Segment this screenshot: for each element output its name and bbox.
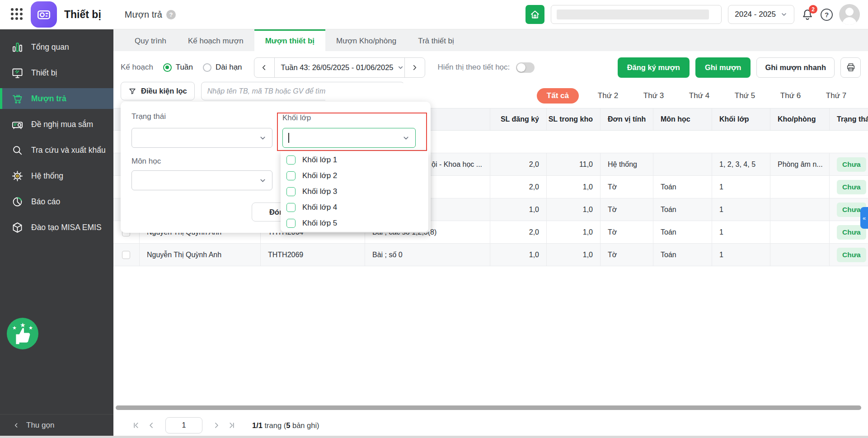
cell-subject: Toán [653, 198, 712, 221]
grade-filter-combobox[interactable] [282, 128, 416, 148]
day-tab-tue[interactable]: Thứ 3 [631, 91, 676, 100]
grade-checkbox[interactable] [286, 171, 296, 180]
sidebar-item-thiet-bi[interactable]: Thiết bị [0, 62, 113, 83]
grade-option[interactable]: Khối lớp 5 [281, 215, 428, 231]
cell-unit: Tờ [601, 221, 653, 243]
lesson-toggle-label: Hiển thị theo tiết học: [438, 63, 510, 72]
module-help-icon[interactable]: ? [166, 10, 176, 19]
sidebar-item-tong-quan[interactable]: Tổng quan [0, 37, 113, 57]
cell-register-qty: 2,0 [490, 176, 547, 198]
next-week-button[interactable] [405, 58, 425, 77]
panel-expand-handle[interactable]: « [860, 207, 868, 229]
app-logo[interactable] [31, 1, 57, 28]
app-launcher-icon[interactable] [11, 8, 23, 21]
status-badge: Chưa [837, 157, 866, 172]
cell-register-qty: 1,0 [490, 198, 547, 221]
collapse-label: Thu gọn [26, 421, 54, 430]
home-button[interactable] [525, 5, 544, 24]
header-subject: Môn học [653, 108, 712, 130]
grade-option[interactable]: Khối lớp 3 [281, 184, 428, 199]
sidebar-item-label: Đào tạo MISA EMIS [31, 223, 102, 232]
print-button[interactable] [840, 57, 861, 78]
tab-tra-thiet-bi[interactable]: Trả thiết bị [407, 29, 465, 51]
status-filter-select[interactable] [131, 128, 272, 148]
sidebar-item-de-nghi-mua-sam[interactable]: Đề nghị mua sắm [0, 114, 113, 135]
next-page-button[interactable] [209, 418, 224, 433]
sidebar-item-label: Thiết bị [31, 68, 57, 78]
radio-long-term[interactable]: Dài hạn [203, 63, 242, 72]
chevron-down-icon [259, 177, 267, 184]
cell-description: Bài ; số 0 [365, 244, 490, 266]
record-borrow-button[interactable]: Ghi mượn [695, 57, 751, 78]
sidebar-item-muon-tra[interactable]: Mượn trả [0, 88, 113, 109]
day-tab-all[interactable]: Tất cả [537, 88, 579, 104]
grade-option[interactable]: Khối lớp 2 [281, 168, 428, 184]
first-page-button[interactable] [128, 418, 144, 433]
week-range-value: Tuần 43: 26/05/2025 - 01/06/2025 [281, 63, 394, 72]
week-range-select[interactable]: Tuần 43: 26/05/2025 - 01/06/2025 [274, 58, 405, 77]
quick-record-button[interactable]: Ghi mượn nhanh [756, 57, 835, 78]
sidebar-item-bao-cao[interactable]: Báo cáo [0, 191, 113, 212]
header-unit: Đơn vị tính [601, 108, 653, 130]
sidebar-item-label: Tra cứu và xuất khẩu [31, 146, 106, 155]
table-row[interactable]: Nguyễn Thị Quỳnh Anh THTH2069 Bài ; số 0… [113, 244, 868, 266]
last-page-button[interactable] [224, 418, 239, 433]
cell-room [770, 176, 830, 198]
lesson-toggle-switch[interactable] [516, 62, 535, 73]
radio-long-term-control[interactable] [203, 63, 211, 72]
pagination-summary: 1/1 trang (5 bản ghi) [252, 421, 319, 430]
global-search-input[interactable] [551, 5, 722, 24]
tab-quy-trinh[interactable]: Quy trình [124, 29, 177, 51]
cell-register-qty: 2,0 [490, 153, 547, 175]
header-grade: Khối lớp [712, 108, 770, 130]
grade-option[interactable]: Khối lớp 1 [281, 152, 428, 168]
day-tab-sat[interactable]: Thứ 7 [813, 91, 859, 100]
cell-room: Phòng âm n... [770, 153, 830, 175]
plan-label: Kế hoạch [121, 63, 153, 72]
grade-checkbox[interactable] [286, 155, 296, 165]
top-search-redacted [557, 9, 709, 19]
pagination: 1/1 trang (5 bản ghi) [113, 415, 868, 436]
radio-week[interactable]: Tuần [163, 63, 193, 72]
day-tab-fri[interactable]: Thứ 6 [768, 91, 813, 100]
day-tab-thu[interactable]: Thứ 5 [722, 91, 768, 100]
grade-checkbox[interactable] [286, 187, 296, 196]
help-icon[interactable]: ? [821, 9, 833, 21]
previous-page-button[interactable] [144, 418, 159, 433]
tab-muon-thiet-bi[interactable]: Mượn thiết bị [254, 29, 325, 51]
feedback-thumbs-up-button[interactable]: ★ ★ ★ [7, 318, 38, 349]
sidebar-collapse-button[interactable]: Thu gọn [0, 414, 113, 436]
chevron-down-icon [780, 11, 788, 18]
status-filter-label: Trạng thái [131, 112, 166, 121]
day-tab-wed[interactable]: Thứ 4 [676, 91, 722, 100]
notification-bell-icon[interactable]: 2 [801, 8, 814, 21]
horizontal-scrollbar[interactable] [116, 405, 861, 410]
tab-muon-kho-phong[interactable]: Mượn Kho/phòng [325, 29, 407, 51]
sidebar-item-he-thong[interactable]: Hệ thống [0, 165, 113, 186]
sidebar-item-tra-cuu[interactable]: Tra cứu và xuất khẩu [0, 140, 113, 160]
grade-option[interactable]: Khối lớp 4 [281, 199, 428, 215]
cell-subject: Toán [653, 176, 712, 198]
page-number-input[interactable] [165, 417, 202, 433]
cell-stock-qty: 1,0 [547, 176, 601, 198]
filter-conditions-button[interactable]: Điều kiện lọc [121, 82, 195, 100]
school-year-select[interactable]: 2024 - 2025 [728, 5, 794, 24]
cell-teacher: Nguyễn Thị Quỳnh Anh [140, 244, 261, 266]
cell-register-qty: 2,0 [490, 221, 547, 243]
day-tab-mon[interactable]: Thứ 2 [585, 91, 631, 100]
subject-filter-select[interactable] [131, 170, 272, 190]
cell-code: THTH2069 [261, 244, 365, 266]
previous-week-button[interactable] [254, 58, 274, 77]
cell-stock-qty: 1,0 [547, 198, 601, 221]
radio-week-control[interactable] [163, 63, 172, 72]
grade-checkbox[interactable] [286, 219, 296, 228]
cell-subject: Toán [653, 221, 712, 243]
grade-checkbox[interactable] [286, 203, 296, 212]
sidebar-item-dao-tao[interactable]: Đào tạo MISA EMIS [0, 217, 113, 238]
text-caret [288, 133, 289, 143]
tab-ke-hoach-muon[interactable]: Kế hoạch mượn [177, 29, 254, 51]
register-borrow-button[interactable]: Đăng ký mượn [618, 57, 690, 78]
row-checkbox[interactable] [122, 251, 130, 259]
header-status: Trạng thái [830, 108, 868, 130]
user-avatar[interactable] [839, 4, 860, 25]
